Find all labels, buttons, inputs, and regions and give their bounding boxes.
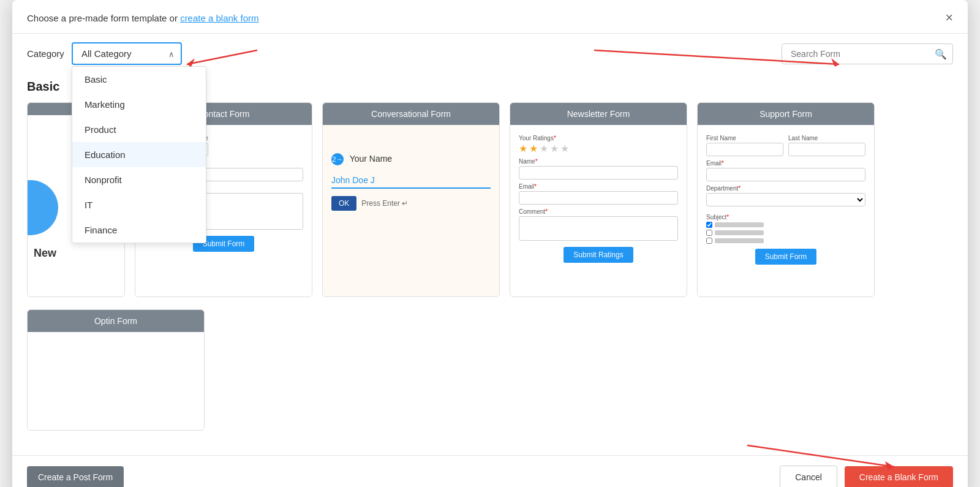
optin-section: Optin Form xyxy=(27,309,953,431)
dropdown-item-education[interactable]: Education xyxy=(72,142,206,167)
dropdown-item-nonprofit[interactable]: Nonprofit xyxy=(72,167,206,192)
dropdown-item-product[interactable]: Product xyxy=(72,117,206,142)
dropdown-item-marketing[interactable]: Marketing xyxy=(72,92,206,117)
newsletter-form-body: Your Ratings* ★ ★ ★ ★ ★ Name* xyxy=(510,125,687,296)
create-blank-link[interactable]: create a blank form xyxy=(180,13,258,23)
category-select-wrapper: All Category Basic Marketing Product Edu… xyxy=(72,42,182,65)
star-2: ★ xyxy=(529,143,538,154)
category-select[interactable]: All Category Basic Marketing Product Edu… xyxy=(72,42,182,65)
category-dropdown: Basic Marketing Product Education Nonpro… xyxy=(72,66,206,243)
form-card-optin[interactable]: Optin Form xyxy=(27,309,205,431)
new-label: New xyxy=(34,247,56,260)
star-3: ★ xyxy=(540,143,548,154)
dropdown-item-it[interactable]: IT xyxy=(72,192,206,217)
star-5: ★ xyxy=(560,143,569,154)
subject-cb3[interactable] xyxy=(706,238,712,244)
toolbar: Category All Category Basic Marketing Pr… xyxy=(12,34,968,74)
department-select[interactable] xyxy=(706,193,865,206)
search-input[interactable] xyxy=(782,43,953,64)
conv-step: 2→ Your Name xyxy=(331,153,491,165)
subject-cb2[interactable] xyxy=(706,230,712,236)
support-form-body: First Name Last Name Email* Departme xyxy=(698,125,874,296)
create-post-button[interactable]: Create a Post Form xyxy=(27,466,124,487)
form-card-newsletter[interactable]: Newsletter Form Your Ratings* ★ ★ ★ ★ ★ xyxy=(510,102,687,297)
optin-form-body xyxy=(28,332,204,430)
form-card-support[interactable]: Support Form First Name Last Name Em xyxy=(697,102,875,297)
search-icon: 🔍 xyxy=(935,48,947,59)
star-4: ★ xyxy=(550,143,559,154)
optin-cards-row: Optin Form xyxy=(27,309,953,431)
conv-ok-wrapper: OK Press Enter ↵ xyxy=(331,196,408,211)
create-blank-button[interactable]: Create a Blank Form xyxy=(845,466,953,487)
conv-ok-btn[interactable]: OK xyxy=(331,196,356,211)
modal-header: Choose a pre-made form template or creat… xyxy=(12,0,968,34)
conversational-form-header: Conversational Form xyxy=(323,103,499,125)
conversational-form-body: 2→ Your Name John Doe J OK Press Enter ↵ xyxy=(323,125,499,296)
support-form-header: Support Form xyxy=(698,103,874,125)
close-button[interactable]: × xyxy=(945,11,953,25)
optin-form-header: Optin Form xyxy=(28,310,204,332)
dropdown-item-finance[interactable]: Finance xyxy=(72,217,206,243)
newsletter-submit-btn[interactable]: Submit Ratings xyxy=(564,247,633,263)
footer-right: Cancel Create a Blank Form xyxy=(780,466,953,487)
header-text: Choose a pre-made form template or creat… xyxy=(27,13,259,23)
support-submit-btn[interactable]: Submit Form xyxy=(755,249,817,265)
rating-stars: ★ ★ ★ ★ ★ xyxy=(519,143,678,154)
conv-input: John Doe J xyxy=(331,173,491,189)
form-card-conversational[interactable]: Conversational Form 2→ Your Name John Do… xyxy=(322,102,500,297)
search-wrapper: 🔍 xyxy=(782,43,953,64)
newsletter-form-header: Newsletter Form xyxy=(510,103,687,125)
cancel-button[interactable]: Cancel xyxy=(780,466,837,487)
press-enter-hint: Press Enter ↵ xyxy=(361,199,408,208)
modal-footer: Create a Post Form Cancel Create a Blank… xyxy=(12,455,968,487)
subject-cb1[interactable] xyxy=(706,222,712,228)
modal-container: Choose a pre-made form template or creat… xyxy=(12,0,968,487)
star-1: ★ xyxy=(519,143,527,154)
category-label: Category xyxy=(27,48,64,59)
dropdown-item-basic[interactable]: Basic xyxy=(72,67,206,92)
